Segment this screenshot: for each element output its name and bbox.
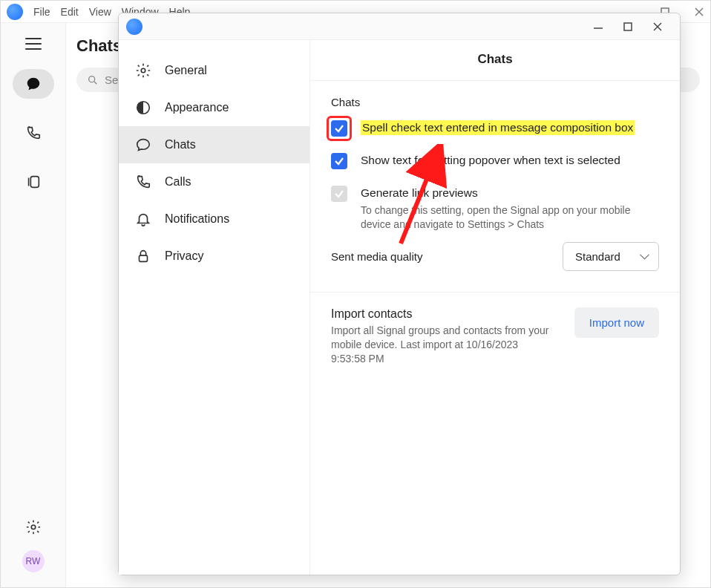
settings-titlebar [119,13,680,40]
settings-minimize-button[interactable] [583,16,613,38]
nav-appearance[interactable]: Appearance [119,89,309,126]
linkpreview-checkbox [331,186,347,202]
rail-calls-button[interactable] [13,118,54,148]
svg-rect-14 [140,255,148,261]
lock-icon [135,248,151,264]
rail-stories-button[interactable] [13,167,54,197]
spellcheck-row: Spell check text entered in message comp… [331,120,659,137]
spellcheck-label: Spell check text entered in message comp… [361,120,635,135]
phone-icon [135,174,151,190]
chats-section: Chats Spell check text entered in messag… [310,81,680,293]
nav-calls[interactable]: Calls [119,163,309,200]
check-icon [334,189,344,199]
settings-header: Chats [310,40,680,81]
nav-privacy-label: Privacy [165,249,203,263]
svg-rect-9 [624,23,632,30]
nav-privacy[interactable]: Privacy [119,238,309,275]
formatting-checkbox[interactable] [331,153,347,169]
nav-rail: RW [1,23,66,587]
svg-line-7 [94,82,96,84]
chat-icon [135,137,151,153]
menu-view[interactable]: View [89,6,111,18]
settings-maximize-button[interactable] [613,16,643,38]
svg-rect-4 [30,177,39,188]
settings-content: Chats Chats Spell check text entered in … [310,40,680,575]
import-now-button[interactable]: Import now [574,307,659,338]
svg-point-6 [89,76,95,82]
check-icon [334,156,344,166]
chat-bubble-icon [25,76,42,92]
nav-appearance-label: Appearance [165,101,229,114]
app-logo-icon [126,19,142,35]
chats-section-title: Chats [331,96,659,108]
nav-calls-label: Calls [165,175,191,189]
stories-icon [25,174,42,190]
window-close-icon[interactable] [694,7,704,17]
media-quality-select[interactable]: Standard [563,242,659,271]
menu-edit[interactable]: Edit [61,6,79,18]
check-icon [334,123,344,134]
menu-file[interactable]: File [33,6,50,18]
nav-general[interactable]: General [119,52,309,89]
nav-general-label: General [165,64,207,77]
media-quality-label: Sent media quality [331,250,422,263]
phone-icon [25,125,42,141]
avatar[interactable]: RW [22,550,45,572]
hamburger-icon[interactable] [25,38,42,50]
rail-chats-button[interactable] [13,69,54,99]
linkpreview-label: Generate link previews [361,186,659,200]
linkpreview-sub: To change this setting, open the Signal … [361,203,659,232]
settings-nav: General Appearance Chats Calls Notificat… [119,40,310,575]
settings-window: General Appearance Chats Calls Notificat… [118,13,681,575]
svg-point-12 [141,68,145,73]
nav-chats[interactable]: Chats [119,126,309,163]
settings-gear-icon[interactable] [25,519,42,535]
main-window: File Edit View Window Help RW [0,0,711,588]
import-sub: Import all Signal groups and contacts fr… [331,324,555,366]
search-icon [87,74,99,86]
formatting-row: Show text formatting popover when text i… [331,153,659,169]
media-quality-row: Sent media quality Standard [331,242,659,271]
annotation-highlight-box [327,116,352,141]
import-section: Import contacts Import all Signal groups… [310,293,680,387]
spellcheck-checkbox[interactable] [331,120,347,137]
settings-close-button[interactable] [643,16,672,38]
gear-icon [135,62,151,79]
nav-notifications-label: Notifications [165,212,229,226]
import-title: Import contacts [331,307,555,321]
formatting-label: Show text formatting popover when text i… [361,153,620,168]
linkpreview-row: Generate link previews To change this se… [331,186,659,232]
nav-chats-label: Chats [165,138,196,151]
bell-icon [135,211,151,227]
app-logo-icon [7,4,23,20]
svg-point-5 [31,525,36,529]
appearance-icon [135,99,151,116]
nav-notifications[interactable]: Notifications [119,200,309,238]
